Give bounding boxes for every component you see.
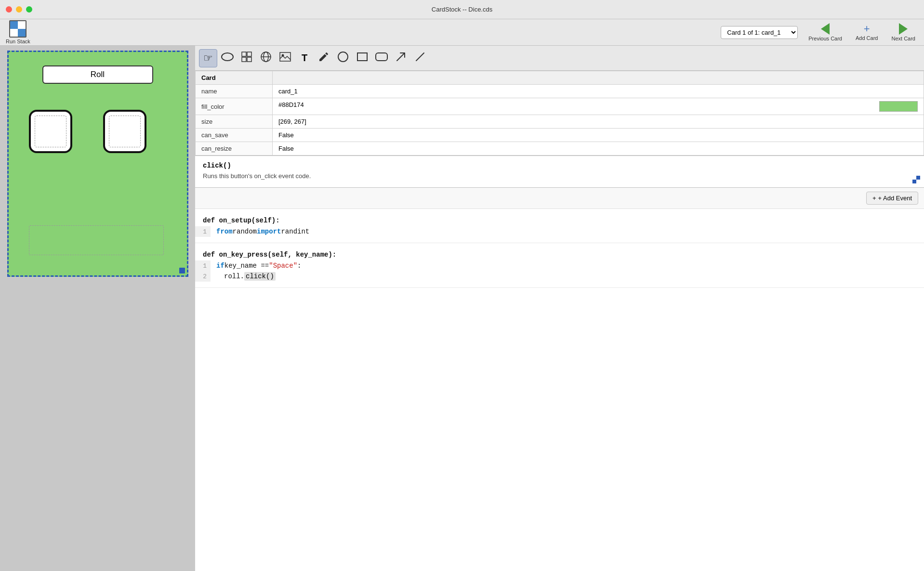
prop-table: Card namecard_1fill_color#88D174size[269… <box>195 71 924 156</box>
rounded-rect-icon <box>375 52 388 64</box>
card-canvas[interactable]: Roll <box>7 51 188 277</box>
card-select-dropdown[interactable]: Card 1 of 1: card_1 <box>721 26 798 39</box>
code-blocks-container: def on_setup(self):1from random import r… <box>195 209 924 288</box>
prop-row-can_save: can_saveFalse <box>196 129 924 142</box>
add-card-label: Add Card <box>856 35 878 41</box>
keyword-token: if <box>216 262 224 270</box>
code-content[interactable]: if key_name == "Space": <box>211 260 924 271</box>
canvas-corner-marker <box>179 268 185 273</box>
keyword-token: import <box>257 228 281 235</box>
window-controls <box>6 6 32 13</box>
line-number: 1 <box>195 226 211 237</box>
plus-icon-small: + <box>872 195 876 202</box>
line-number: 2 <box>195 271 211 282</box>
run-stack-label: Run Stack <box>6 39 30 44</box>
string-token: "Space" <box>269 262 297 270</box>
tool-text[interactable]: T <box>295 49 314 67</box>
svg-rect-4 <box>247 57 251 62</box>
tool-rounded-rect[interactable] <box>372 49 391 67</box>
tool-image[interactable] <box>276 49 294 67</box>
dice-left <box>29 110 72 153</box>
prop-value: False <box>273 129 924 142</box>
globe-icon <box>260 51 272 65</box>
properties-table: Card namecard_1fill_color#88D174size[269… <box>195 71 924 156</box>
prop-key: can_save <box>196 129 273 142</box>
plain-token: roll. <box>224 273 244 280</box>
code-def-line-1: def on_key_press(self, key_name): <box>195 249 924 260</box>
oval-icon <box>221 52 234 64</box>
code-section[interactable]: + + Add Event def on_setup(self):1from r… <box>195 188 924 571</box>
titlebar: CardStock -- Dice.cds <box>0 0 924 19</box>
prop-value: False <box>273 142 924 156</box>
grid-icon <box>241 51 252 65</box>
prop-key: fill_color <box>196 98 273 115</box>
code-line-row: 1if key_name == "Space": <box>195 260 924 271</box>
prop-header: Card <box>196 71 273 85</box>
code-line-row: 1from random import randint <box>195 226 924 237</box>
prop-value: card_1 <box>273 85 924 98</box>
tool-line[interactable] <box>411 49 429 67</box>
line-icon <box>414 51 426 65</box>
tool-oval[interactable] <box>218 49 237 67</box>
plain-token: random <box>233 228 257 235</box>
tool-rectangle[interactable] <box>353 49 371 67</box>
plain-token: key_name == <box>224 262 269 270</box>
tool-grid[interactable] <box>238 49 256 67</box>
code-block-1: def on_key_press(self, key_name):1if key… <box>195 243 924 288</box>
previous-card-label: Previous Card <box>808 36 842 41</box>
add-card-button[interactable]: + Add Card <box>853 22 881 43</box>
code-def-line-0: def on_setup(self): <box>195 215 924 226</box>
prop-key: size <box>196 115 273 129</box>
right-panel: ☞ T <box>195 46 924 571</box>
roll-button[interactable]: Roll <box>42 65 153 84</box>
card-selector: Card 1 of 1: card_1 <box>721 26 798 39</box>
code-block-0: def on_setup(self):1from random import r… <box>195 209 924 243</box>
run-stack-button[interactable]: Run Stack <box>6 20 30 44</box>
svg-rect-3 <box>242 57 246 62</box>
text-icon: T <box>302 52 307 64</box>
toolbar: Run Stack Card 1 of 1: card_1 Previous C… <box>0 19 924 46</box>
svg-rect-1 <box>242 52 246 56</box>
minimize-button[interactable] <box>16 6 22 13</box>
color-swatch[interactable] <box>879 101 918 112</box>
pencil-icon <box>318 51 330 65</box>
tool-circle[interactable] <box>334 49 352 67</box>
tool-arrow[interactable] <box>392 49 410 67</box>
tools-row: ☞ T <box>195 46 924 71</box>
tool-pencil[interactable] <box>315 49 333 67</box>
prop-value[interactable]: #88D174 <box>273 98 924 115</box>
image-icon <box>279 52 291 64</box>
previous-card-button[interactable]: Previous Card <box>805 21 845 43</box>
next-card-button[interactable]: Next Card <box>888 21 918 43</box>
info-section: click() Runs this button's on_click even… <box>195 156 924 188</box>
maximize-button[interactable] <box>26 6 32 13</box>
add-event-bar: + + Add Event <box>195 188 924 209</box>
keyword-token: from <box>216 228 233 235</box>
prop-key: can_resize <box>196 142 273 156</box>
line-number: 1 <box>195 260 211 271</box>
info-description: Runs this button's on_click event code. <box>203 172 916 180</box>
prop-row-fill_color: fill_color#88D174 <box>196 98 924 115</box>
rectangle-icon <box>356 52 368 64</box>
svg-rect-12 <box>376 53 387 61</box>
info-method: click() <box>203 162 916 169</box>
plain-token: : <box>297 262 301 270</box>
svg-point-0 <box>222 53 233 61</box>
close-button[interactable] <box>6 6 12 13</box>
plus-icon: + <box>864 24 870 34</box>
code-content[interactable]: roll.click() <box>211 271 924 282</box>
svg-rect-14 <box>912 180 916 183</box>
roll-button-label: Roll <box>91 70 105 79</box>
add-event-button[interactable]: + + Add Event <box>866 192 918 205</box>
card-canvas-panel: Roll <box>0 46 195 571</box>
add-event-label: + Add Event <box>878 195 912 202</box>
main-layout: Roll ☞ <box>0 46 924 571</box>
tool-pointer[interactable]: ☞ <box>199 49 217 67</box>
dice-right <box>103 110 146 153</box>
tool-globe[interactable] <box>257 49 275 67</box>
svg-rect-15 <box>916 176 920 180</box>
code-content[interactable]: from random import randint <box>211 226 924 237</box>
svg-rect-2 <box>247 52 251 56</box>
prop-row-can_resize: can_resizeFalse <box>196 142 924 156</box>
info-corner-marker <box>912 176 920 183</box>
